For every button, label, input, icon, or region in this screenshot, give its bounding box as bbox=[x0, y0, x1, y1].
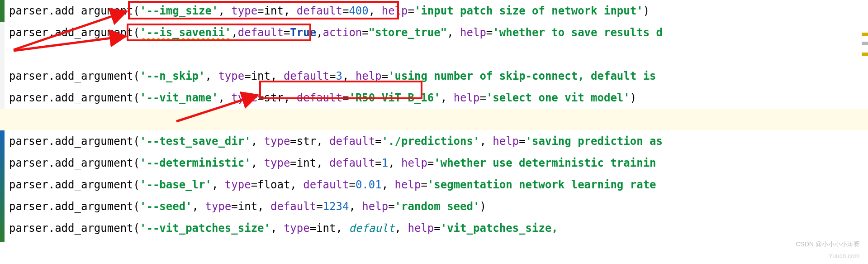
watermark: CSDN @小小小小涛呀 bbox=[796, 240, 860, 249]
help-text: 'saving prediction as bbox=[526, 135, 663, 148]
help-text: 'random seed' bbox=[395, 200, 480, 213]
help-text: 'segmentation network learning rate bbox=[427, 178, 656, 191]
arg-name: '--vit_patches_size' bbox=[140, 222, 270, 235]
help-text: 'whether to save results d bbox=[493, 26, 663, 39]
marker-stripe[interactable] bbox=[862, 53, 868, 56]
arg-name: '--is_savenii' bbox=[140, 26, 231, 39]
code-line[interactable]: parser.add_argument('--n_skip', type=int… bbox=[0, 65, 868, 87]
help-text: 'input patch size of network input' bbox=[414, 5, 643, 17]
marker-stripe[interactable] bbox=[862, 42, 868, 45]
arg-name: '--vit_name' bbox=[140, 91, 218, 104]
arg-name: '--n_skip' bbox=[140, 70, 205, 82]
help-text: 'vit_patches_size, bbox=[441, 222, 558, 235]
watermark: Yuucn.com bbox=[829, 252, 860, 259]
token-ident: parser bbox=[9, 5, 48, 17]
arg-name: '--base_lr' bbox=[140, 178, 212, 191]
code-line[interactable]: parser.add_argument('--deterministic', t… bbox=[0, 152, 868, 174]
help-text: 'whether use deterministic trainin bbox=[434, 157, 656, 169]
help-text: 'using number of skip-connect, default i… bbox=[388, 70, 656, 82]
token-call: add_argument bbox=[55, 5, 133, 17]
code-line[interactable]: parser.add_argument('--test_save_dir', t… bbox=[0, 130, 868, 152]
default-value: 400 bbox=[349, 5, 368, 17]
code-line[interactable]: parser.add_argument('--img_size', type=i… bbox=[0, 0, 868, 22]
code-line[interactable]: parser.add_argument('--is_savenii',defau… bbox=[0, 22, 868, 43]
code-editor[interactable]: parser.add_argument('--img_size', type=i… bbox=[0, 0, 868, 239]
arg-name: '--img_size' bbox=[140, 5, 218, 17]
arg-name: '--seed' bbox=[140, 200, 192, 213]
code-line[interactable]: parser.add_argument('--base_lr', type=fl… bbox=[0, 174, 868, 196]
code-line-blank bbox=[0, 43, 868, 65]
code-line[interactable]: parser.add_argument('--seed', type=int, … bbox=[0, 196, 868, 217]
arg-name: '--test_save_dir' bbox=[140, 135, 251, 148]
code-line[interactable]: parser.add_argument('--vit_patches_size'… bbox=[0, 217, 868, 239]
help-text: 'select one vit model' bbox=[486, 91, 630, 104]
default-value: 'R50-ViT-B_16' bbox=[349, 91, 440, 104]
code-line-current[interactable] bbox=[0, 109, 868, 130]
default-value: True bbox=[290, 26, 316, 39]
marker-stripe[interactable] bbox=[862, 33, 868, 36]
code-line[interactable]: parser.add_argument('--vit_name', type=s… bbox=[0, 87, 868, 109]
arg-name: '--deterministic' bbox=[140, 157, 251, 169]
